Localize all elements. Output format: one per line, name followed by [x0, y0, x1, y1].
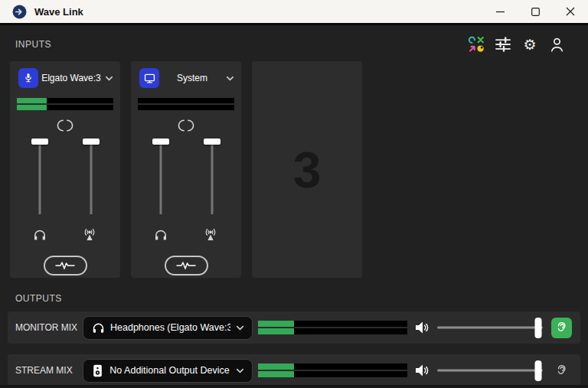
- close-button[interactable]: [553, 0, 588, 23]
- channel-faders: [10, 136, 120, 216]
- profile-icon[interactable]: [547, 34, 567, 54]
- stream-fader[interactable]: [204, 136, 220, 216]
- wave-link-window: Wave Link INPUTS: [0, 0, 588, 388]
- input-channel-system: System: [131, 61, 241, 278]
- monitor-mix-label: MONITOR MIX: [15, 322, 83, 333]
- minimize-button[interactable]: [482, 0, 518, 23]
- monitor-fader[interactable]: [152, 136, 169, 216]
- window-title: Wave Link: [34, 6, 83, 18]
- chevron-down-icon: [225, 73, 235, 83]
- meter-fill-left: [17, 98, 47, 103]
- stream-monitor-toggle-button[interactable]: [551, 360, 572, 381]
- bottom-edge: [0, 385, 588, 388]
- output-level-meter: [258, 364, 407, 377]
- monitor-fader[interactable]: [31, 136, 48, 216]
- monitor-volume-slider[interactable]: [437, 318, 543, 338]
- app-logo-icon: [12, 5, 27, 19]
- input-channel-empty-slot: 3: [252, 61, 362, 278]
- gear-icon[interactable]: ⚙: [520, 34, 540, 54]
- inputs-section-label: INPUTS: [15, 39, 51, 50]
- effects-button[interactable]: [44, 256, 87, 276]
- stereo-link-icon[interactable]: [56, 119, 74, 132]
- maximize-button[interactable]: [518, 0, 553, 23]
- stream-mix-label: STREAM MIX: [15, 365, 83, 376]
- stream-fader[interactable]: [83, 136, 100, 216]
- monitor-fader-handle[interactable]: [152, 139, 169, 145]
- meter-fill-right: [258, 371, 294, 377]
- monitor-mix-row: MONITOR MIX Headphones (Elgato Wave:3): [8, 311, 580, 344]
- outputs-section-label: OUTPUTS: [15, 293, 62, 304]
- monitor-toggle-button[interactable]: [551, 318, 572, 338]
- header-toolbar: ⚙: [466, 34, 567, 54]
- titlebar: Wave Link: [0, 0, 588, 23]
- broadcast-icon: [81, 227, 98, 243]
- microphone-icon: [18, 68, 38, 88]
- meter-fill-left: [258, 364, 294, 370]
- headphones-icon: [91, 321, 106, 335]
- effects-waveform-icon: [175, 261, 197, 270]
- broadcast-icon: [202, 227, 219, 243]
- volume-icon: [414, 362, 431, 379]
- stream-fader-handle[interactable]: [204, 139, 220, 145]
- channel-level-meter: [138, 98, 234, 110]
- input-channels: Elgato Wave:3: [0, 54, 588, 278]
- stream-fader-handle[interactable]: [83, 139, 100, 145]
- effects-button[interactable]: [165, 256, 208, 276]
- chevron-down-icon: [104, 73, 114, 83]
- stream-mix-row: STREAM MIX No Additional Output Device: [8, 354, 580, 386]
- stereo-link-icon[interactable]: [177, 119, 195, 132]
- mixer-settings-icon[interactable]: [493, 34, 513, 54]
- selected-device: Headphones (Elgato Wave:3): [110, 322, 230, 333]
- slot-number: 3: [293, 141, 322, 199]
- output-level-meter: [258, 321, 407, 334]
- channel-level-meter: [17, 98, 113, 110]
- display-icon: [139, 68, 159, 88]
- effects-waveform-icon: [54, 261, 76, 270]
- chevron-down-icon: [235, 366, 245, 376]
- channel-faders: [131, 136, 241, 216]
- meter-fill-right: [258, 328, 294, 334]
- speaker-box-icon: [91, 364, 104, 378]
- volume-icon: [414, 319, 431, 336]
- channel-device-name: System: [162, 73, 222, 83]
- meter-fill-left: [258, 321, 294, 327]
- headphones-icon: [153, 227, 168, 243]
- chevron-down-icon: [235, 323, 245, 333]
- device-select[interactable]: System: [131, 61, 241, 88]
- headphones-icon: [32, 227, 47, 243]
- app-body: INPUTS: [0, 23, 588, 388]
- stream-volume-handle[interactable]: [535, 360, 542, 381]
- selected-device: No Additional Output Device: [109, 365, 230, 376]
- channel-device-name: Elgato Wave:3: [41, 73, 101, 83]
- window-controls: [482, 0, 588, 23]
- ear-icon: [554, 364, 569, 378]
- monitor-fader-handle[interactable]: [31, 139, 48, 145]
- app-header: INPUTS: [0, 25, 588, 54]
- marketplace-icon[interactable]: [466, 34, 486, 54]
- ear-icon: [554, 321, 569, 335]
- input-channel-wave3: Elgato Wave:3: [10, 61, 120, 278]
- monitor-volume-handle[interactable]: [535, 318, 542, 338]
- stream-volume-slider[interactable]: [437, 360, 543, 381]
- monitor-output-device-select[interactable]: Headphones (Elgato Wave:3): [83, 316, 253, 340]
- stream-output-device-select[interactable]: No Additional Output Device: [83, 359, 253, 383]
- meter-fill-right: [17, 105, 47, 110]
- device-select[interactable]: Elgato Wave:3: [10, 61, 120, 88]
